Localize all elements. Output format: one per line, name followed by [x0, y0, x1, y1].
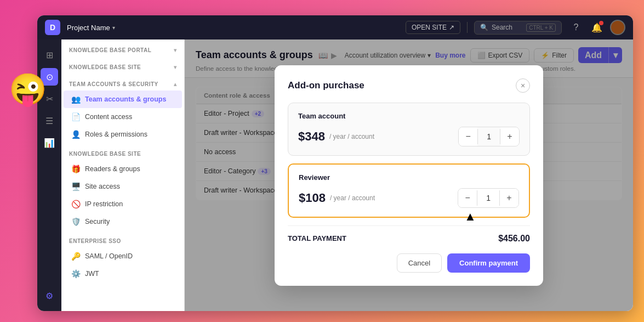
sidebar-item-site-access[interactable]: 🖥️ Site access: [64, 178, 182, 195]
sidebar-section-knowledge-base-portal[interactable]: KNOWLEDGE BASE PORTAL ▾: [61, 39, 184, 57]
open-site-button[interactable]: OPEN SITE ↗: [406, 21, 460, 34]
external-link-icon: ↗: [449, 24, 454, 31]
modal-close-button[interactable]: ×: [516, 78, 530, 93]
sidebar-section-enterprise-sso: ENTERPRISE SSO: [61, 230, 184, 247]
sidebar: KNOWLEDGE BASE PORTAL ▾ KNOWLEDGE BASE S…: [61, 39, 185, 311]
project-name[interactable]: Project Name ▾: [67, 24, 115, 32]
team-account-quantity: 1: [477, 129, 500, 144]
notification-badge: [599, 21, 603, 25]
topbar-divider: [467, 22, 468, 33]
modal-overlay: Add-on purchase × Team account $348 / ye…: [185, 39, 633, 311]
topbar-icons: ? 🔔: [568, 20, 625, 35]
team-account-period: / year / account: [329, 133, 374, 140]
notifications-icon[interactable]: 🔔: [589, 20, 605, 35]
help-icon[interactable]: ?: [568, 20, 584, 35]
modal-title: Add-on purchase: [288, 80, 364, 91]
gear-icon: ⚙️: [71, 269, 81, 278]
content-icon: 📄: [71, 112, 81, 121]
sidebar-section-team-accounts[interactable]: TEAM ACCOUNTS & SECURITY ▴: [61, 74, 184, 91]
reviewer-qty-control: − 1 +: [458, 188, 519, 208]
content-area: Team accounts & groups 📖 ▶ Account utili…: [185, 39, 633, 311]
key-icon: 🔑: [71, 252, 81, 261]
reviewer-quantity: 1: [477, 190, 500, 206]
total-amount: $456.00: [498, 234, 530, 244]
cancel-button[interactable]: Cancel: [397, 253, 442, 273]
reviewer-period: / year / account: [330, 194, 375, 202]
team-account-price: $348: [298, 129, 325, 144]
addon-purchase-modal: Add-on purchase × Team account $348 / ye…: [275, 65, 543, 286]
topbar: D Project Name ▾ OPEN SITE ↗ 🔍 Search CT…: [37, 15, 633, 39]
sidebar-section-knowledge-base-site-2: KNOWLEDGE BASE SITE: [61, 143, 184, 160]
icon-bar-document[interactable]: ☰: [41, 112, 58, 129]
security-icon: 🛡️: [71, 217, 81, 226]
emoji-decoration: 😜: [9, 71, 47, 108]
team-account-qty-control: − 1 +: [458, 127, 520, 146]
confirm-payment-button[interactable]: Confirm payment: [447, 253, 530, 273]
app-window: D Project Name ▾ OPEN SITE ↗ 🔍 Search CT…: [37, 15, 633, 311]
readers-icon: 🎁: [71, 165, 81, 173]
sidebar-item-team-accounts-groups[interactable]: 👥 Team accounts & groups: [64, 91, 182, 108]
site-icon: 🖥️: [71, 182, 81, 191]
search-shortcut: CTRL + K: [526, 24, 556, 32]
chevron-down-icon: ▾: [174, 64, 177, 70]
team-icon: 👥: [71, 95, 81, 104]
search-icon: 🔍: [480, 24, 488, 31]
team-account-plus-button[interactable]: +: [500, 127, 519, 146]
chevron-down-icon: ▾: [174, 47, 177, 53]
sidebar-item-saml[interactable]: 🔑 SAML / OpenID: [64, 247, 182, 265]
team-account-minus-button[interactable]: −: [459, 127, 477, 146]
reviewer-price: $108: [299, 191, 326, 205]
sidebar-item-roles-permissions[interactable]: 👤 Roles & permissions: [64, 126, 182, 143]
sidebar-item-readers-groups[interactable]: 🎁 Readers & groups: [64, 160, 182, 178]
sidebar-item-jwt[interactable]: ⚙️ JWT: [64, 265, 182, 283]
search-bar[interactable]: 🔍 Search CTRL + K: [474, 21, 562, 35]
sidebar-item-ip-restriction[interactable]: 🚫 IP restriction: [64, 195, 182, 213]
modal-total: TOTAL PAYMENT $456.00: [288, 225, 530, 253]
modal-footer: Cancel Confirm payment: [288, 253, 530, 273]
reviewer-plus-button[interactable]: +: [500, 189, 518, 207]
sidebar-item-security[interactable]: 🛡️ Security: [64, 213, 182, 230]
total-label: TOTAL PAYMENT: [288, 234, 346, 242]
project-dropdown-arrow: ▾: [112, 25, 115, 31]
reviewer-card: Reviewer $108 / year / account − 1 +: [288, 163, 530, 218]
team-account-card: Team account $348 / year / account − 1 +: [288, 103, 530, 156]
modal-header: Add-on purchase ×: [288, 78, 530, 93]
ip-icon: 🚫: [71, 200, 81, 208]
icon-bar-dashboard[interactable]: ⊞: [41, 46, 58, 64]
main-area: ⊞ ⊙ ✂ ☰ 📊 ⚙ KNOWLEDGE BASE PORTAL ▾ KNOW…: [37, 39, 633, 311]
icon-bar-analytics[interactable]: 📊: [41, 134, 58, 151]
sidebar-section-knowledge-base-site[interactable]: KNOWLEDGE BASE SITE ▾: [61, 57, 184, 74]
reviewer-label: Reviewer: [299, 173, 519, 182]
app-logo: D: [45, 20, 60, 35]
sidebar-item-content-access[interactable]: 📄 Content access: [64, 108, 182, 126]
chevron-up-icon: ▴: [174, 81, 177, 87]
roles-icon: 👤: [71, 130, 81, 139]
icon-bar-gear[interactable]: ⚙: [41, 287, 58, 304]
team-account-label: Team account: [298, 112, 520, 120]
reviewer-minus-button[interactable]: −: [458, 189, 477, 207]
avatar[interactable]: [610, 20, 625, 35]
